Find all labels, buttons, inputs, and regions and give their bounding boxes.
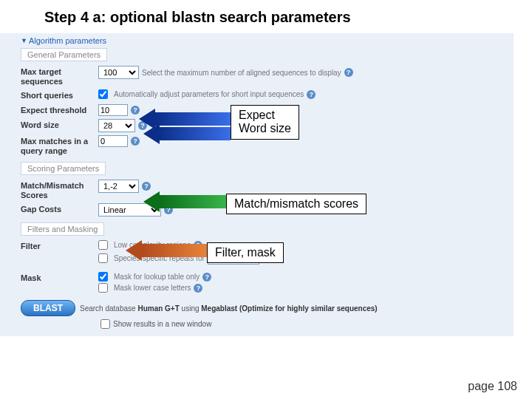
triangle-down-icon: ▼ (21, 37, 27, 44)
blast-button[interactable]: BLAST (21, 300, 75, 316)
mask-lower-desc: Mask lower case letters (114, 284, 191, 292)
general-parameters-legend: General Parameters (21, 48, 107, 61)
wordsize-label: Word size (21, 119, 98, 130)
expect-input[interactable] (98, 104, 128, 116)
slide-title: Step 4 a: optional blastn search paramet… (0, 0, 532, 33)
match-mismatch-select[interactable]: 1,-2 (98, 180, 139, 193)
form-area: ▼ Algorithm parameters General Parameter… (0, 33, 514, 336)
max-target-select[interactable]: 100 (98, 66, 139, 79)
search-line: BLAST Search database Human G+T using Me… (21, 300, 506, 316)
short-queries-desc: Automatically adjust parameters for shor… (114, 90, 304, 98)
max-target-row: Max target sequences 100 Select the maxi… (21, 64, 506, 88)
help-icon[interactable]: ? (142, 182, 151, 191)
search-db-label: database (105, 304, 135, 313)
scoring-parameters-legend: Scoring Parameters (21, 162, 106, 175)
short-queries-checkbox[interactable] (98, 89, 108, 99)
mask-row: Mask Mask for lookup table only ? Mask l… (21, 270, 506, 294)
short-queries-label: Short queries (21, 89, 98, 100)
search-using-label: using (182, 304, 200, 313)
help-icon[interactable]: ? (194, 284, 202, 293)
algo-link-text: Algorithm parameters (29, 36, 106, 45)
filters-masking-legend: Filters and Masking (21, 222, 104, 236)
short-queries-row: Short queries Automatically adjust param… (21, 88, 506, 102)
low-complexity-checkbox[interactable] (98, 240, 108, 250)
wordsize-select[interactable]: 28 (98, 119, 135, 132)
search-prefix: Search (80, 304, 103, 313)
show-new-checkbox[interactable] (100, 319, 110, 329)
mask-lookup-desc: Mask for lookup table only (114, 273, 200, 281)
gap-costs-label: Gap Costs (21, 203, 98, 214)
max-matches-input[interactable] (98, 135, 128, 147)
max-matches-label: Max matches in a query range (21, 135, 98, 156)
help-icon[interactable]: ? (202, 273, 211, 282)
mask-label: Mask (21, 272, 98, 283)
show-new-row: Show results in a new window (21, 319, 506, 329)
expect-label: Expect threshold (21, 104, 98, 115)
help-icon[interactable]: ? (131, 137, 140, 146)
max-target-label: Max target sequences (21, 66, 98, 86)
search-db: Human G+T (137, 304, 179, 313)
help-icon[interactable]: ? (344, 68, 353, 77)
search-algo: Megablast (Optimize for highly similar s… (201, 304, 377, 313)
match-mismatch-label: Match/Mismatch Scores (21, 180, 98, 200)
max-target-desc: Select the maximum number of aligned seq… (142, 69, 341, 77)
help-icon[interactable]: ? (307, 90, 316, 99)
callout-match: Match/mismatch scores (226, 194, 366, 214)
species-repeats-checkbox[interactable] (98, 253, 108, 263)
filter-label: Filter (21, 240, 98, 251)
page-number: page 108 (468, 380, 517, 393)
mask-lookup-checkbox[interactable] (98, 272, 108, 282)
algorithm-parameters-link[interactable]: ▼ Algorithm parameters (21, 36, 506, 45)
callout-filter: Filter, mask (207, 242, 284, 263)
mask-lower-checkbox[interactable] (98, 283, 108, 293)
show-new-label: Show results in a new window (113, 320, 211, 328)
general-parameters-fieldset: General Parameters Max target sequences … (21, 48, 506, 157)
callout-expect-word: Expect Word size (231, 105, 299, 140)
